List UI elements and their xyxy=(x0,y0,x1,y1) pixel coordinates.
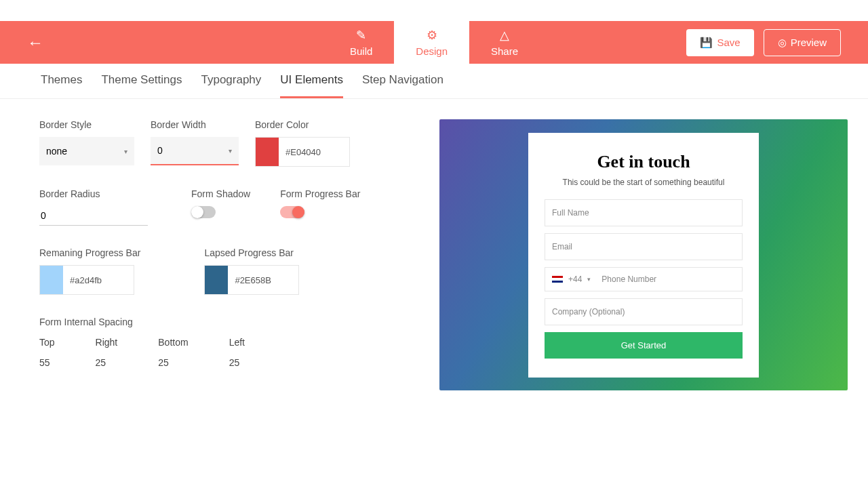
company-input[interactable]: Company (Optional) xyxy=(545,298,743,325)
spacing-top-input[interactable]: 55 xyxy=(39,357,55,368)
border-style-label: Border Style xyxy=(39,119,134,130)
lapsed-pb-field: Lapsed Progress Bar #2E658B xyxy=(204,247,299,295)
form-subtitle: This could be the start of something bea… xyxy=(545,178,743,187)
sub-nav: Themes Theme Settings Typography UI Elem… xyxy=(0,64,868,99)
preview-button[interactable]: ◎ Preview xyxy=(764,29,841,56)
settings-panel: Border Style none Border Width 0 Border … xyxy=(39,119,419,390)
border-width-select[interactable]: 0 xyxy=(151,137,239,165)
border-style-field: Border Style none xyxy=(39,119,134,167)
lapsed-pb-value: #2E658B xyxy=(228,266,278,294)
chevron-down-icon: ▾ xyxy=(587,276,591,283)
flag-icon xyxy=(552,276,563,283)
rocket-icon: △ xyxy=(500,28,509,43)
pencil-icon: ✎ xyxy=(356,28,366,43)
border-radius-field: Border Radius 0 xyxy=(39,188,148,226)
border-width-label: Border Width xyxy=(151,119,239,130)
tab-design[interactable]: ⚙ Design xyxy=(394,21,469,64)
subtab-step-nav[interactable]: Step Navigation xyxy=(362,73,443,98)
spacing-grid: Top 55 Right 25 Bottom 25 Left 25 xyxy=(39,337,419,368)
form-shadow-toggle[interactable] xyxy=(191,206,216,218)
remaining-pb-field: Remaning Progress Bar #a2d4fb xyxy=(39,247,140,295)
back-arrow-icon[interactable]: ← xyxy=(27,33,43,52)
subtab-ui-elements[interactable]: UI Elements xyxy=(280,73,343,98)
remaining-pb-picker[interactable]: #a2d4fb xyxy=(39,265,134,295)
subtab-theme-settings[interactable]: Theme Settings xyxy=(101,73,182,98)
border-color-picker[interactable]: #E04040 xyxy=(255,137,350,167)
submit-button[interactable]: Get Started xyxy=(545,332,743,359)
phone-input[interactable]: +44 ▾ Phone Number xyxy=(545,267,743,291)
tab-design-label: Design xyxy=(416,45,448,57)
toggle-knob xyxy=(191,206,203,218)
preview-label: Preview xyxy=(791,37,827,48)
content: Border Style none Border Width 0 Border … xyxy=(0,99,868,390)
tab-build-label: Build xyxy=(350,45,372,57)
form-preview: Get in touch This could be the start of … xyxy=(439,119,848,390)
save-label: Save xyxy=(717,37,740,48)
border-color-label: Border Color xyxy=(255,119,350,130)
save-icon: 💾 xyxy=(700,37,713,49)
spacing-left: Left 25 xyxy=(229,337,245,368)
top-bar: ← ✎ Build ⚙ Design △ Share 💾 Save ◎ Prev… xyxy=(0,21,868,64)
tab-build[interactable]: ✎ Build xyxy=(328,21,394,64)
form-shadow-label: Form Shadow xyxy=(191,188,250,199)
border-color-value: #E04040 xyxy=(279,138,328,166)
toggle-knob xyxy=(292,206,304,218)
tab-share-label: Share xyxy=(491,45,518,57)
border-radius-label: Border Radius xyxy=(39,188,148,199)
spacing-left-input[interactable]: 25 xyxy=(229,357,245,368)
form-card: Get in touch This could be the start of … xyxy=(528,133,759,378)
lapsed-pb-swatch xyxy=(205,266,228,294)
main-tabs: ✎ Build ⚙ Design △ Share xyxy=(328,21,540,64)
border-color-swatch xyxy=(256,138,279,166)
lapsed-pb-label: Lapsed Progress Bar xyxy=(204,247,299,258)
email-input[interactable]: Email xyxy=(545,233,743,260)
remaining-pb-swatch xyxy=(40,266,63,294)
subtab-themes[interactable]: Themes xyxy=(41,73,82,98)
spacing-right: Right 25 xyxy=(96,337,118,368)
remaining-pb-label: Remaning Progress Bar xyxy=(39,247,140,258)
tab-share[interactable]: △ Share xyxy=(469,21,540,64)
preview-panel: Get in touch This could be the start of … xyxy=(419,119,848,390)
progress-bar-toggle[interactable] xyxy=(280,206,304,218)
phone-placeholder: Phone Number xyxy=(601,274,656,284)
border-radius-input[interactable]: 0 xyxy=(39,206,148,226)
spacing-bottom-input[interactable]: 25 xyxy=(158,357,188,368)
border-color-field: Border Color #E04040 xyxy=(255,119,350,167)
spacing-right-input[interactable]: 25 xyxy=(96,357,118,368)
top-actions: 💾 Save ◎ Preview xyxy=(686,29,841,56)
form-title: Get in touch xyxy=(545,152,743,172)
eye-icon: ◎ xyxy=(778,37,787,49)
full-name-input[interactable]: Full Name xyxy=(545,199,743,226)
phone-code: +44 xyxy=(568,274,582,284)
subtab-typography[interactable]: Typography xyxy=(201,73,261,98)
form-shadow-field: Form Shadow xyxy=(191,188,250,226)
spacing-bottom: Bottom 25 xyxy=(158,337,188,368)
remaining-pb-value: #a2d4fb xyxy=(63,266,108,294)
save-button[interactable]: 💾 Save xyxy=(686,29,753,56)
lapsed-pb-picker[interactable]: #2E658B xyxy=(204,265,299,295)
border-style-select[interactable]: none xyxy=(39,137,134,165)
gear-icon: ⚙ xyxy=(427,28,437,43)
progress-bar-field: Form Progress Bar xyxy=(280,188,360,226)
spacing-title: Form Internal Spacing xyxy=(39,317,419,327)
spacing-top: Top 55 xyxy=(39,337,55,368)
progress-bar-label: Form Progress Bar xyxy=(280,188,360,199)
border-width-field: Border Width 0 xyxy=(151,119,239,167)
